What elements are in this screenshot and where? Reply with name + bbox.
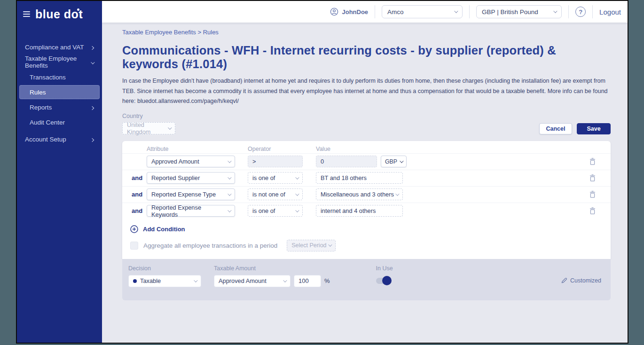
sidebar-item-label: Account Setup bbox=[25, 136, 66, 143]
company-select[interactable]: Amco bbox=[382, 5, 463, 18]
toggle-knob bbox=[382, 276, 392, 285]
decision-field: Decision Taxable bbox=[128, 265, 201, 300]
chevron-down-icon bbox=[168, 125, 172, 129]
main-column: JohnDoe Amco GBP | British Pound ? Logou… bbox=[102, 1, 628, 343]
currency-chip-value: GBP bbox=[385, 158, 397, 165]
chevron-down-icon bbox=[228, 159, 231, 163]
chevron-down-icon bbox=[194, 278, 197, 282]
taxable-amount-label: Taxable Amount bbox=[214, 265, 330, 272]
action-buttons: Cancel Save bbox=[539, 123, 611, 134]
country-select[interactable]: United Kingdom bbox=[122, 122, 175, 134]
value-column-header: Value bbox=[316, 146, 424, 152]
attribute-select[interactable]: Approved Amount bbox=[147, 156, 235, 167]
save-button[interactable]: Save bbox=[577, 123, 611, 134]
cancel-button[interactable]: Cancel bbox=[539, 123, 572, 134]
percent-input[interactable] bbox=[294, 275, 321, 287]
taxable-amount-select[interactable]: Approved Amount bbox=[214, 275, 291, 287]
operator-select-value: > bbox=[252, 158, 256, 165]
sidebar-item-rules[interactable]: Rules bbox=[19, 85, 100, 99]
chevron-down-icon bbox=[228, 175, 231, 179]
breadcrumb[interactable]: Taxable Employee Benefits > Rules bbox=[122, 29, 611, 36]
value-input[interactable] bbox=[316, 156, 377, 167]
logout-button[interactable]: Logout bbox=[599, 8, 621, 16]
country-field: Country United Kingdom bbox=[122, 113, 175, 134]
decision-select[interactable]: Taxable bbox=[128, 275, 201, 287]
value-input[interactable] bbox=[316, 172, 403, 184]
chevron-right-icon bbox=[91, 44, 94, 51]
sidebar-item-label: Reports bbox=[30, 104, 52, 111]
aggregate-checkbox[interactable] bbox=[130, 242, 138, 250]
sidebar: blue dot Compliance and VAT Taxable Empl… bbox=[17, 1, 102, 343]
taxable-amount-select-value: Approved Amount bbox=[219, 277, 267, 284]
sidebar-item-account-setup[interactable]: Account Setup bbox=[19, 132, 100, 146]
sidebar-item-label: Audit Center bbox=[30, 119, 65, 126]
user-menu[interactable]: JohnDoe bbox=[330, 8, 368, 16]
country-label: Country bbox=[122, 113, 175, 119]
chevron-down-icon bbox=[295, 192, 299, 196]
chevron-down-icon bbox=[283, 278, 287, 282]
chevron-down-icon bbox=[395, 192, 399, 196]
conditions-header: Attribute Operator Value bbox=[122, 141, 611, 153]
divider bbox=[592, 5, 593, 18]
sidebar-item-reports[interactable]: Reports bbox=[19, 100, 100, 114]
page-content: Taxable Employee Benefits > Rules Commun… bbox=[102, 23, 628, 343]
attribute-select-value: Approved Amount bbox=[151, 158, 199, 165]
decision-panel: Decision Taxable Taxable Amount bbox=[122, 259, 611, 300]
attribute-select-value: Reported Expense Keywords bbox=[151, 204, 228, 218]
attribute-select[interactable]: Reported Supplier bbox=[147, 172, 235, 184]
delete-condition-button[interactable] bbox=[586, 172, 598, 184]
operator-select[interactable]: is not one of bbox=[248, 188, 303, 200]
desktop-background: blue dot Compliance and VAT Taxable Empl… bbox=[0, 0, 644, 345]
in-use-toggle[interactable] bbox=[376, 278, 390, 284]
operator-select[interactable]: is one of bbox=[248, 172, 303, 184]
attribute-select[interactable]: Reported Expense Keywords bbox=[147, 205, 235, 217]
condition-row: and Reported Expense Type is not one of bbox=[122, 186, 611, 203]
delete-condition-button[interactable] bbox=[586, 156, 598, 168]
sidebar-item-label: Rules bbox=[30, 89, 46, 96]
sidebar-item-audit-center[interactable]: Audit Center bbox=[19, 115, 100, 129]
customized-link[interactable]: Customized bbox=[561, 277, 601, 284]
delete-condition-button[interactable] bbox=[586, 188, 598, 201]
in-use-label: In Use bbox=[376, 265, 393, 272]
aggregate-row: Aggregate all employee transactions in a… bbox=[122, 237, 611, 259]
period-select[interactable]: Select Period bbox=[287, 240, 336, 251]
attribute-select-value: Reported Expense Type bbox=[151, 191, 216, 198]
value-cell: Miscellaneous and 3 others bbox=[316, 188, 424, 200]
value-cell bbox=[316, 172, 424, 184]
attribute-column-header: Attribute bbox=[147, 146, 235, 152]
chevron-down-icon bbox=[400, 159, 403, 163]
condition-row: and Reported Expense Keywords is one of bbox=[122, 203, 611, 219]
divider bbox=[568, 5, 569, 18]
value-multiselect[interactable]: Miscellaneous and 3 others bbox=[316, 188, 403, 200]
help-icon[interactable]: ? bbox=[575, 7, 586, 17]
taxable-amount-row: Approved Amount % bbox=[214, 275, 330, 287]
value-multiselect-value: Miscellaneous and 3 others bbox=[321, 191, 394, 198]
delete-condition-button[interactable] bbox=[586, 205, 598, 217]
operator-select[interactable]: > bbox=[248, 156, 303, 167]
operator-select-value: is not one of bbox=[252, 191, 285, 198]
add-condition[interactable]: Add Condition bbox=[122, 219, 611, 237]
pencil-icon bbox=[561, 277, 567, 283]
chevron-right-icon bbox=[91, 136, 94, 143]
trash-icon bbox=[589, 157, 596, 165]
logo-part: blue d bbox=[35, 8, 71, 21]
add-condition-label: Add Condition bbox=[143, 226, 185, 233]
sidebar-item-transactions[interactable]: Transactions bbox=[19, 70, 100, 84]
divider bbox=[469, 5, 470, 18]
operator-column-header: Operator bbox=[248, 146, 303, 152]
country-select-value: United Kingdom bbox=[127, 121, 168, 135]
decision-label: Decision bbox=[128, 265, 201, 272]
operator-select[interactable]: is one of bbox=[248, 205, 303, 217]
chevron-down-icon bbox=[228, 192, 231, 196]
currency-chip-select[interactable]: GBP bbox=[381, 156, 407, 167]
currency-select[interactable]: GBP | British Pound bbox=[476, 5, 562, 18]
customized-label: Customized bbox=[570, 277, 601, 284]
value-input[interactable] bbox=[316, 205, 403, 217]
attribute-select[interactable]: Reported Expense Type bbox=[147, 188, 235, 200]
hamburger-menu-icon[interactable] bbox=[23, 11, 30, 17]
conditions-card: Attribute Operator Value Approved Amount bbox=[122, 141, 611, 259]
sidebar-item-taxable-employee-benefits[interactable]: Taxable Employee Benefits bbox=[19, 55, 100, 69]
topbar: JohnDoe Amco GBP | British Pound ? Logou… bbox=[102, 1, 628, 23]
trash-icon bbox=[589, 190, 596, 198]
sidebar-item-compliance-and-vat[interactable]: Compliance and VAT bbox=[19, 40, 100, 54]
